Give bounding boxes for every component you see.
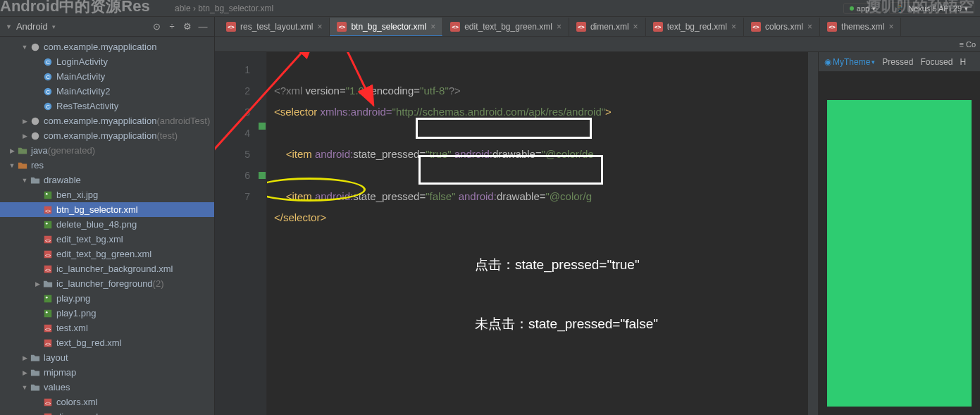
file-icon: [30, 130, 41, 142]
state-pressed[interactable]: Pressed: [882, 57, 913, 67]
file-icon: [30, 116, 41, 127]
tree-node[interactable]: ▼values: [0, 380, 214, 395]
tree-label: java: [31, 145, 48, 156]
svg-text:<>: <>: [45, 400, 51, 405]
highlight-box: [416, 118, 592, 139]
svg-text:C: C: [46, 58, 50, 65]
tree-label: LoginActivity: [56, 56, 108, 67]
close-icon[interactable]: ×: [430, 22, 435, 32]
tab-label: themes.xml: [841, 22, 884, 32]
editor-tab[interactable]: <>btn_bg_selector.xml×: [330, 18, 443, 36]
svg-text:C: C: [46, 88, 50, 94]
close-icon[interactable]: ×: [317, 22, 322, 32]
tree-label: ben_xi.jpg: [56, 190, 98, 200]
tree-node[interactable]: <>edit_text_bg_green.xml: [0, 247, 214, 261]
editor-scrollbar[interactable]: [808, 52, 818, 415]
editor-tab[interactable]: <>colors.xml×: [744, 18, 820, 36]
file-icon: [42, 190, 54, 201]
chevron-down-icon[interactable]: ▼: [6, 23, 12, 30]
tree-node[interactable]: ▶com.example.myapplication (androidTest): [0, 113, 214, 128]
tree-label: com.example.myapplication: [44, 116, 156, 126]
close-icon[interactable]: ×: [557, 22, 562, 32]
panel-label[interactable]: ≡ Co: [959, 40, 976, 49]
tree-label: text_bg_red.xml: [56, 337, 122, 348]
tree-node[interactable]: <>btn_bg_selector.xml: [0, 202, 214, 217]
tree-node[interactable]: <>ic_launcher_background.xml: [0, 261, 214, 276]
editor-tab[interactable]: <>dimen.xml×: [569, 18, 646, 36]
line-gutter[interactable]: 1234567: [215, 52, 257, 415]
target-icon[interactable]: ⊙: [151, 21, 162, 32]
hide-icon[interactable]: —: [197, 21, 209, 32]
tree-node[interactable]: ▼drawable: [0, 173, 214, 187]
tree-arrow-icon: ▶: [32, 280, 42, 287]
line-number: 6: [215, 165, 250, 186]
tree-node[interactable]: delete_blue_48.png: [0, 217, 214, 232]
line-number: 2: [215, 80, 250, 101]
tree-node[interactable]: ▼res: [0, 158, 214, 173]
file-icon: [30, 367, 41, 378]
tree-node[interactable]: play1.png: [0, 306, 214, 321]
tree-node[interactable]: <>text_bg_red.xml: [0, 335, 214, 350]
svg-rect-25: [44, 309, 52, 317]
project-tree[interactable]: ▼com.example.myapplicationCLoginActivity…: [0, 37, 214, 415]
tree-node[interactable]: <>test.xml: [0, 321, 214, 335]
collapse-icon[interactable]: ÷: [166, 21, 178, 32]
tree-node[interactable]: ▶java (generated): [0, 143, 214, 158]
annotation-text: 点击：state_pressed="true" 未点击：state_presse…: [475, 216, 658, 373]
gear-icon[interactable]: ⚙: [182, 21, 193, 32]
file-icon: <>: [42, 337, 54, 349]
state-hovered[interactable]: H: [960, 57, 966, 67]
tree-arrow-icon: ▶: [7, 147, 17, 154]
svg-text:C: C: [46, 103, 50, 109]
tree-label: edit_text_bg_green.xml: [56, 249, 151, 259]
editor-tab[interactable]: <>themes.xml×: [820, 18, 901, 36]
tree-node[interactable]: ben_xi.jpg: [0, 187, 214, 202]
close-icon[interactable]: ×: [888, 22, 893, 32]
tree-node[interactable]: ▶layout: [0, 350, 214, 365]
tree-node[interactable]: ▼com.example.myapplication: [0, 39, 214, 54]
close-icon[interactable]: ×: [633, 22, 638, 32]
tree-label: delete_blue_48.png: [56, 219, 137, 230]
tree-node[interactable]: <>colors.xml: [0, 395, 214, 409]
tree-node[interactable]: CMainActivity: [0, 69, 214, 84]
tree-node[interactable]: play.png: [0, 291, 214, 306]
close-icon[interactable]: ×: [731, 22, 736, 32]
svg-text:C: C: [46, 73, 50, 80]
marker-strip: [257, 52, 267, 415]
editor-tab[interactable]: <>text_bg_red.xml×: [646, 18, 744, 36]
file-icon: [17, 160, 28, 171]
file-icon: C: [42, 71, 54, 82]
file-icon: [42, 293, 54, 304]
svg-rect-23: [44, 295, 52, 302]
project-view-selector[interactable]: Android: [16, 21, 48, 32]
tree-arrow-icon: ▼: [20, 177, 30, 184]
tree-node[interactable]: ▶ic_launcher_foreground (2): [0, 276, 214, 291]
xml-file-icon: <>: [653, 22, 663, 32]
tree-label: drawable: [44, 175, 81, 185]
svg-text:<>: <>: [45, 252, 51, 257]
tree-node[interactable]: ▶mipmap: [0, 365, 214, 380]
theme-selector[interactable]: ◉ MyTheme ▾: [824, 57, 875, 67]
tree-node[interactable]: <>edit_text_bg.xml: [0, 232, 214, 247]
editor-tab[interactable]: <>res_test_layout.xml×: [219, 18, 330, 36]
tree-node[interactable]: CMainActivity2: [0, 84, 214, 99]
tree-node[interactable]: <>dimen.xml: [0, 409, 214, 415]
svg-point-16: [46, 222, 48, 224]
line-number: 3: [215, 101, 250, 123]
xml-file-icon: <>: [337, 22, 347, 32]
drawable-preview-panel: ◉ MyTheme ▾ Pressed Focused H: [818, 52, 980, 415]
state-focused[interactable]: Focused: [920, 57, 953, 67]
tab-label: btn_bg_selector.xml: [351, 22, 426, 32]
tab-label: res_test_layout.xml: [240, 22, 313, 32]
svg-point-24: [46, 296, 48, 298]
tree-node[interactable]: CLoginActivity: [0, 54, 214, 69]
change-marker-icon: [259, 123, 266, 130]
editor-tab[interactable]: <>edit_text_bg_green.xml×: [443, 18, 569, 36]
tree-label: play1.png: [56, 308, 96, 318]
code-editor[interactable]: <?xml version="1.0" encoding="utf-8"?> <…: [267, 52, 808, 415]
xml-file-icon: <>: [450, 22, 460, 32]
tree-node[interactable]: ▶com.example.myapplication (test): [0, 128, 214, 143]
tree-node[interactable]: CResTestActivity: [0, 99, 214, 113]
file-icon: <>: [42, 204, 54, 216]
close-icon[interactable]: ×: [807, 22, 812, 32]
